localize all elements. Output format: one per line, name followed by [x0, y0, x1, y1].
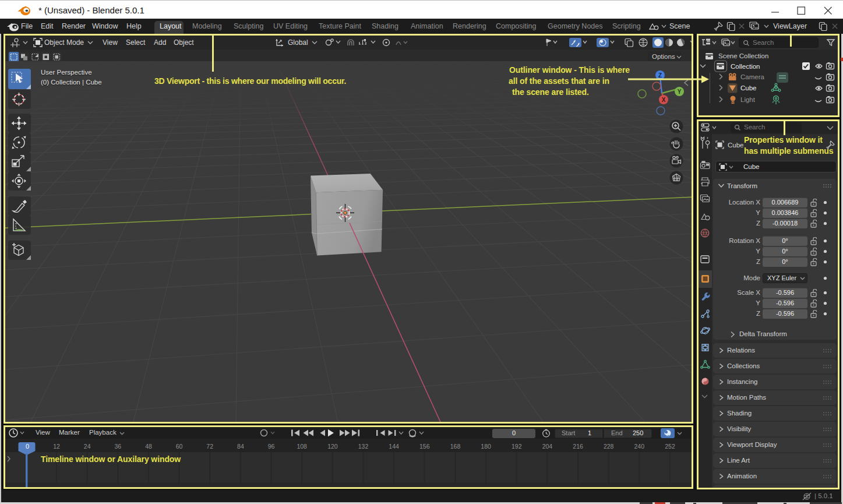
- svg-text:Light: Light: [740, 96, 756, 103]
- svg-text:Z: Z: [658, 72, 662, 79]
- svg-text:Y: Y: [678, 89, 682, 95]
- svg-text:Collection: Collection: [731, 63, 760, 70]
- svg-text:Camera: Camera: [740, 73, 765, 80]
- svg-text:Scene Collection: Scene Collection: [718, 52, 768, 59]
- svg-text:X: X: [662, 97, 666, 103]
- svg-text:Cube: Cube: [740, 84, 757, 91]
